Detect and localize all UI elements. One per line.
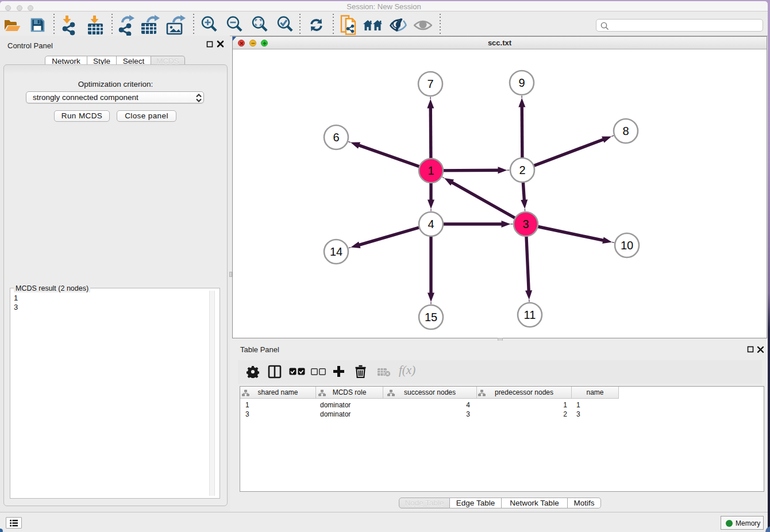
svg-text:2: 2 <box>519 164 525 176</box>
svg-text:3: 3 <box>522 218 529 230</box>
svg-text:4: 4 <box>428 218 434 230</box>
svg-text:1: 1 <box>428 164 434 177</box>
svg-text:15: 15 <box>425 311 437 323</box>
svg-text:11: 11 <box>524 309 536 321</box>
svg-text:10: 10 <box>621 239 633 252</box>
svg-text:9: 9 <box>518 76 525 89</box>
svg-text:7: 7 <box>427 78 433 90</box>
svg-text:6: 6 <box>333 131 339 144</box>
svg-text:14: 14 <box>330 245 342 258</box>
svg-text:8: 8 <box>622 125 629 137</box>
